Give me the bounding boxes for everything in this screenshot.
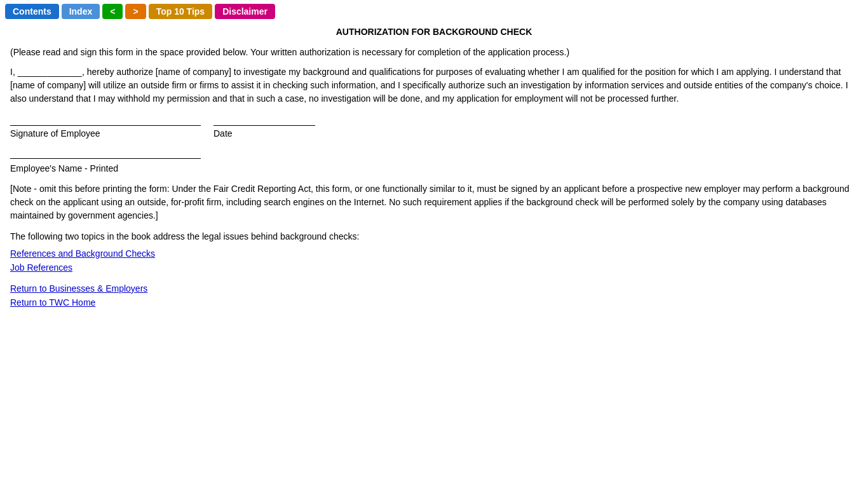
- date-label: Date: [214, 128, 233, 139]
- topic-links: References and Background Checks Job Ref…: [10, 247, 858, 275]
- note-text: [Note - omit this before printing the fo…: [10, 182, 858, 222]
- contents-button[interactable]: Contents: [5, 4, 59, 19]
- top10-button[interactable]: Top 10 Tips: [149, 4, 213, 19]
- signature-section: Signature of Employee Date: [10, 114, 858, 139]
- main-content: AUTHORIZATION FOR BACKGROUND CHECK (Plea…: [5, 27, 863, 310]
- return-twc-link[interactable]: Return to TWC Home: [10, 295, 858, 309]
- name-label: Employee's Name - Printed: [10, 163, 858, 173]
- disclaimer-button[interactable]: Disclaimer: [215, 4, 275, 19]
- body-text: I, _____________, hereby authorize [name…: [10, 65, 858, 105]
- name-section: Employee's Name - Printed: [10, 147, 858, 173]
- next-button[interactable]: >: [125, 4, 146, 19]
- name-line: [10, 147, 201, 159]
- signature-line: [10, 114, 201, 126]
- navigation-bar: Contents Index < > Top 10 Tips Disclaime…: [5, 4, 863, 19]
- page-title: AUTHORIZATION FOR BACKGROUND CHECK: [10, 27, 858, 37]
- topics-intro: The following two topics in the book add…: [10, 231, 858, 241]
- return-businesses-link[interactable]: Return to Businesses & Employers: [10, 281, 858, 295]
- intro-text: (Please read and sign this form in the s…: [10, 46, 858, 59]
- references-background-link[interactable]: References and Background Checks: [10, 247, 858, 261]
- index-button[interactable]: Index: [62, 4, 100, 19]
- signature-label: Signature of Employee: [10, 128, 201, 139]
- return-links: Return to Businesses & Employers Return …: [10, 281, 858, 310]
- date-line: [214, 114, 315, 126]
- job-references-link[interactable]: Job References: [10, 261, 858, 274]
- previous-button[interactable]: <: [102, 4, 123, 19]
